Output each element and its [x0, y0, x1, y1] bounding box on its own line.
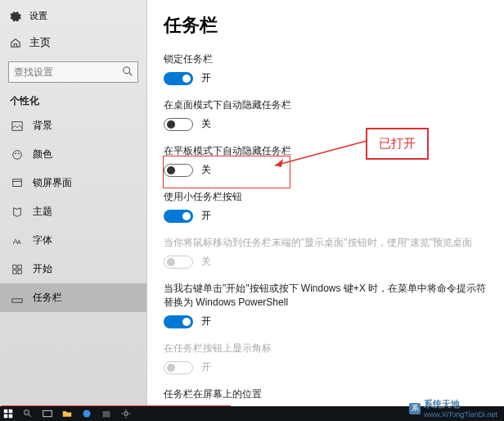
setting-badges: 在任务栏按钮上显示角标 开	[164, 342, 488, 374]
sidebar-item-label: 字体	[33, 233, 52, 247]
sidebar: 设置 主页 个性化 背景 颜色 锁屏界面 主题 AA 字体	[0, 0, 147, 406]
sidebar-item-label: 颜色	[33, 147, 52, 161]
annotation-callout: 已打开	[366, 128, 429, 160]
svg-rect-19	[4, 414, 8, 419]
svg-rect-20	[9, 414, 13, 419]
palette-icon	[11, 149, 23, 161]
setting-autohide-tablet: 在平板模式下自动隐藏任务栏 关	[164, 144, 488, 177]
home-nav[interactable]: 主页	[0, 29, 146, 57]
svg-line-1	[129, 73, 133, 76]
category-title: 个性化	[0, 88, 146, 111]
sidebar-item-label: 开始	[33, 262, 52, 276]
callout-text: 已打开	[379, 136, 416, 150]
setting-label: 在平板模式下自动隐藏任务栏	[164, 144, 488, 158]
watermark-url: www.XiTongTianDi.net	[424, 410, 497, 419]
setting-label: 使用小任务栏按钮	[164, 190, 488, 204]
toggle-small-buttons[interactable]	[164, 210, 193, 223]
toggle-state-text: 关	[201, 255, 211, 269]
setting-label: 当我右键单击"开始"按钮或按下 Windows 键+X 时，在菜单中将命令提示符…	[164, 282, 488, 310]
setting-label: 在桌面模式下自动隐藏任务栏	[164, 98, 488, 112]
toggle-powershell[interactable]	[164, 315, 193, 328]
svg-rect-2	[12, 121, 22, 130]
toggle-autohide-tablet[interactable]	[164, 164, 193, 177]
settings-icon[interactable]	[121, 409, 131, 419]
watermark: 系 系统天地 www.XiTongTianDi.net	[409, 398, 497, 419]
svg-rect-18	[9, 410, 13, 414]
svg-rect-17	[4, 410, 8, 414]
svg-rect-6	[13, 179, 22, 186]
toggle-lock-taskbar[interactable]	[164, 72, 193, 85]
sidebar-item-themes[interactable]: 主题	[0, 197, 146, 226]
toggle-badges	[164, 361, 193, 374]
svg-point-26	[124, 412, 128, 416]
setting-small-buttons: 使用小任务栏按钮 开	[164, 190, 488, 223]
toggle-state-text: 开	[201, 209, 211, 223]
watermark-text: 系统天地	[424, 398, 497, 410]
watermark-logo-icon: 系	[409, 403, 421, 414]
setting-powershell: 当我右键单击"开始"按钮或按下 Windows 键+X 时，在菜单中将命令提示符…	[164, 282, 488, 328]
theme-icon	[11, 206, 23, 218]
search-icon	[122, 66, 133, 77]
settings-window: 设置 主页 个性化 背景 颜色 锁屏界面 主题 AA 字体	[0, 0, 504, 406]
svg-point-5	[18, 152, 20, 154]
task-view-icon[interactable]	[43, 409, 52, 419]
svg-rect-23	[43, 410, 52, 417]
sidebar-item-background[interactable]: 背景	[0, 111, 146, 140]
sidebar-item-taskbar[interactable]: 任务栏	[0, 283, 146, 312]
toggle-state-text: 开	[201, 315, 211, 328]
setting-label: 在任务栏按钮上显示角标	[164, 342, 488, 355]
edge-icon[interactable]	[82, 409, 92, 419]
taskbar-icon	[11, 292, 23, 304]
sidebar-item-label: 锁屏界面	[33, 176, 72, 190]
svg-point-4	[15, 152, 16, 154]
sidebar-item-label: 任务栏	[33, 291, 62, 305]
svg-point-3	[13, 150, 22, 159]
settings-icon	[10, 11, 21, 22]
svg-rect-12	[13, 269, 16, 273]
svg-rect-10	[13, 265, 16, 268]
start-menu-icon[interactable]	[3, 409, 13, 419]
setting-autohide-desktop: 在桌面模式下自动隐藏任务栏 关	[164, 98, 488, 131]
main-content: 任务栏 锁定任务栏 开 在桌面模式下自动隐藏任务栏 关 在平板模式下自动隐藏任务…	[147, 0, 504, 406]
start-icon	[11, 264, 23, 275]
home-label: 主页	[29, 35, 51, 50]
toggle-state-text: 开	[201, 71, 211, 85]
sidebar-item-start[interactable]: 开始	[0, 255, 146, 283]
picture-icon	[11, 120, 23, 132]
window-title: 设置	[29, 10, 47, 22]
window-title-row: 设置	[0, 7, 146, 25]
sidebar-item-label: 背景	[33, 119, 52, 133]
lockscreen-icon	[11, 178, 23, 189]
svg-text:A: A	[13, 236, 19, 245]
toggle-state-text: 开	[201, 360, 211, 374]
svg-point-21	[25, 410, 29, 415]
setting-label: 当你将鼠标移动到任务栏末端的"显示桌面"按钮时，使用"速览"预览桌面	[164, 236, 488, 250]
toggle-state-text: 关	[201, 163, 211, 177]
sidebar-item-fonts[interactable]: AA 字体	[0, 226, 146, 255]
svg-rect-25	[103, 411, 110, 418]
svg-rect-11	[18, 265, 21, 268]
font-icon: AA	[11, 235, 23, 247]
home-icon	[10, 37, 21, 48]
explorer-icon[interactable]	[62, 409, 72, 419]
svg-rect-13	[18, 269, 21, 273]
store-icon[interactable]	[101, 409, 111, 419]
toggle-autohide-desktop[interactable]	[164, 118, 193, 131]
sidebar-item-lockscreen[interactable]: 锁屏界面	[0, 169, 146, 197]
svg-point-24	[83, 410, 91, 418]
svg-point-0	[124, 67, 130, 74]
svg-text:A: A	[17, 238, 21, 244]
setting-peek: 当你将鼠标移动到任务栏末端的"显示桌面"按钮时，使用"速览"预览桌面 关	[164, 236, 488, 269]
toggle-peek	[164, 256, 193, 269]
svg-rect-14	[12, 298, 22, 301]
setting-lock-taskbar: 锁定任务栏 开	[164, 52, 488, 85]
setting-label: 锁定任务栏	[164, 52, 488, 66]
sidebar-item-colors[interactable]: 颜色	[0, 140, 146, 169]
search-input[interactable]	[8, 61, 138, 83]
page-title: 任务栏	[164, 13, 488, 38]
svg-line-22	[29, 414, 31, 417]
toggle-state-text: 关	[201, 117, 211, 131]
sidebar-item-label: 主题	[33, 205, 52, 219]
search-box	[8, 61, 138, 83]
search-icon[interactable]	[23, 409, 33, 419]
